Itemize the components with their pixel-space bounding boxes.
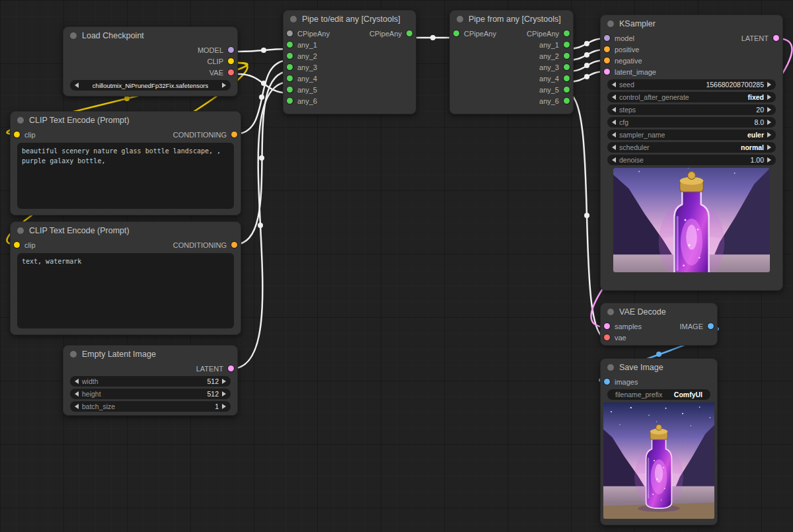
node-header[interactable]: CLIP Text Encode (Prompt) — [11, 112, 241, 129]
cfg-widget[interactable]: cfg 8.0 — [607, 117, 776, 128]
graph-canvas[interactable]: Load Checkpoint MODEL CLIP VAE chilloutm… — [0, 0, 793, 532]
decrement-arrow-icon[interactable] — [75, 404, 79, 409]
increment-arrow-icon[interactable] — [767, 132, 771, 137]
clip-input-port[interactable] — [14, 242, 20, 248]
node-header[interactable]: Empty Latent Image — [63, 346, 237, 363]
any-5-input-port[interactable] — [287, 87, 293, 93]
scheduler-widget[interactable]: scheduler normal — [607, 142, 776, 153]
any-3-output-port[interactable] — [564, 64, 570, 70]
node-header[interactable]: Pipe to/edit any [Crystools] — [283, 11, 416, 28]
denoise-widget[interactable]: denoise 1.00 — [607, 155, 776, 165]
sampler-name-widget[interactable]: sampler_name euler — [607, 130, 776, 140]
node-header[interactable]: VAE Decode — [601, 303, 717, 321]
latent-output-port[interactable] — [228, 365, 234, 371]
node-load-checkpoint[interactable]: Load Checkpoint MODEL CLIP VAE chilloutm… — [63, 26, 238, 96]
latent-image-input-port[interactable] — [604, 69, 610, 75]
any-2-input-port[interactable] — [287, 53, 293, 59]
decrement-arrow-icon[interactable] — [612, 107, 616, 112]
images-input-port[interactable] — [604, 379, 610, 385]
positive-input-port[interactable] — [604, 46, 610, 52]
any-1-output-port[interactable] — [564, 42, 570, 48]
seed-widget[interactable]: seed 156680208700285 — [607, 79, 776, 90]
steps-widget[interactable]: steps 20 — [607, 104, 776, 115]
decrement-arrow-icon[interactable] — [612, 132, 616, 137]
node-header[interactable]: Pipe from any [Crystools] — [450, 11, 573, 28]
decrement-arrow-icon[interactable] — [75, 83, 79, 88]
width-widget[interactable]: width 512 — [70, 376, 231, 387]
widget-value: normal — [741, 143, 764, 151]
node-header[interactable]: KSampler — [601, 15, 782, 32]
increment-arrow-icon[interactable] — [222, 379, 226, 384]
decrement-arrow-icon[interactable] — [612, 82, 616, 87]
any-2-output-port[interactable] — [564, 53, 570, 59]
conditioning-output-port[interactable] — [231, 132, 237, 137]
control-after-generate-widget[interactable]: control_after_generate fixed — [607, 92, 776, 102]
increment-arrow-icon[interactable] — [222, 391, 226, 397]
any-6-input-port[interactable] — [287, 98, 293, 104]
samples-input-port[interactable] — [604, 323, 610, 329]
batch-size-widget[interactable]: batch_size 1 — [70, 401, 231, 412]
widget-label: denoise — [619, 156, 644, 164]
increment-arrow-icon[interactable] — [222, 404, 226, 409]
collapse-dot-icon[interactable] — [17, 117, 24, 124]
collapse-dot-icon[interactable] — [70, 351, 77, 358]
increment-arrow-icon[interactable] — [767, 157, 771, 163]
cpipeany-output-port[interactable] — [564, 30, 570, 36]
increment-arrow-icon[interactable] — [222, 83, 226, 88]
latent-output-port[interactable] — [773, 35, 779, 41]
node-save-image[interactable]: Save Image images filename_prefix ComfyU… — [600, 358, 718, 525]
decrement-arrow-icon[interactable] — [612, 145, 616, 150]
node-pipe-to-any[interactable]: Pipe to/edit any [Crystools] CPipeAny CP… — [283, 10, 416, 114]
node-header[interactable]: Load Checkpoint — [63, 27, 237, 44]
node-pipe-from-any[interactable]: Pipe from any [Crystools] CPipeAny CPipe… — [449, 10, 574, 114]
node-clip-text-encode-negative[interactable]: CLIP Text Encode (Prompt) clip CONDITION… — [10, 221, 241, 335]
any-2-output-label: any_2 — [539, 52, 559, 60]
vae-output-port[interactable] — [228, 69, 234, 75]
filename-prefix-widget[interactable]: filename_prefix ComfyUI — [607, 389, 710, 400]
increment-arrow-icon[interactable] — [767, 107, 771, 112]
collapse-dot-icon[interactable] — [607, 364, 614, 371]
increment-arrow-icon[interactable] — [767, 82, 771, 87]
image-output-port[interactable] — [708, 323, 714, 329]
any-1-input-port[interactable] — [287, 42, 293, 48]
model-input-port[interactable] — [604, 35, 610, 41]
node-vae-decode[interactable]: VAE Decode samples IMAGE vae — [600, 303, 718, 346]
collapse-dot-icon[interactable] — [17, 227, 24, 234]
clip-input-port[interactable] — [14, 132, 20, 137]
decrement-arrow-icon[interactable] — [612, 157, 616, 163]
decrement-arrow-icon[interactable] — [612, 95, 616, 100]
node-empty-latent-image[interactable]: Empty Latent Image LATENT width 512 heig… — [63, 345, 238, 416]
any-4-input-port[interactable] — [287, 75, 293, 81]
any-3-input-port[interactable] — [287, 64, 293, 70]
node-header[interactable]: Save Image — [601, 359, 717, 376]
decrement-arrow-icon[interactable] — [612, 120, 616, 125]
increment-arrow-icon[interactable] — [767, 120, 771, 125]
clip-output-port[interactable] — [228, 58, 234, 64]
increment-arrow-icon[interactable] — [767, 145, 771, 150]
negative-prompt-textarea[interactable]: text, watermark — [17, 253, 234, 328]
decrement-arrow-icon[interactable] — [75, 391, 79, 397]
node-ksampler[interactable]: KSampler model LATENT positive negative … — [600, 15, 783, 291]
decrement-arrow-icon[interactable] — [75, 379, 79, 384]
cpipeany-input-port[interactable] — [287, 30, 293, 36]
ckpt-name-widget[interactable]: chilloutmix_NiPrunedFp32Fix.safetensors — [70, 80, 231, 91]
vae-input-port[interactable] — [604, 334, 610, 340]
height-widget[interactable]: height 512 — [70, 389, 231, 399]
any-5-output-port[interactable] — [564, 87, 570, 93]
cpipeany-output-port[interactable] — [406, 30, 412, 36]
node-header[interactable]: CLIP Text Encode (Prompt) — [11, 222, 241, 239]
cpipeany-input-port[interactable] — [453, 30, 459, 36]
node-clip-text-encode-positive[interactable]: CLIP Text Encode (Prompt) clip CONDITION… — [10, 111, 241, 215]
conditioning-output-port[interactable] — [231, 242, 237, 248]
any-6-output-port[interactable] — [564, 98, 570, 104]
collapse-dot-icon[interactable] — [290, 16, 297, 22]
collapse-dot-icon[interactable] — [607, 20, 614, 27]
collapse-dot-icon[interactable] — [457, 16, 463, 22]
collapse-dot-icon[interactable] — [70, 32, 77, 39]
negative-input-port[interactable] — [604, 57, 610, 63]
model-output-port[interactable] — [228, 47, 234, 53]
positive-prompt-textarea[interactable]: beautiful scenery nature glass bottle la… — [17, 143, 234, 209]
any-4-output-port[interactable] — [564, 75, 570, 81]
increment-arrow-icon[interactable] — [767, 95, 771, 100]
collapse-dot-icon[interactable] — [607, 309, 614, 315]
